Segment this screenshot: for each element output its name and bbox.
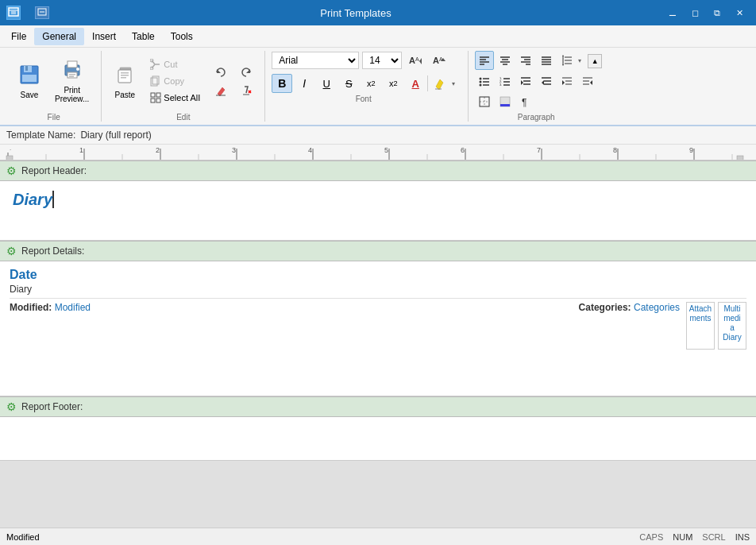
svg-marker-91 — [590, 80, 592, 85]
redo-button[interactable] — [234, 64, 258, 81]
list-indent-row: 1.2.3. — [475, 72, 597, 91]
menu-tools[interactable]: Tools — [163, 28, 201, 45]
report-footer-edit[interactable] — [0, 417, 756, 461]
svg-marker-63 — [562, 64, 564, 66]
bold-button[interactable]: B — [272, 74, 292, 93]
superscript-button[interactable]: x2 — [361, 74, 381, 93]
save-label: Save — [21, 91, 39, 99]
shrink-font-button[interactable]: AA — [429, 51, 449, 70]
align-center-button[interactable] — [496, 51, 515, 70]
show-paragraph-button[interactable]: ¶ — [516, 92, 535, 111]
spacing-more: ▾ — [578, 57, 581, 64]
svg-text:7: 7 — [537, 146, 541, 154]
svg-point-65 — [480, 81, 482, 83]
svg-rect-98 — [0, 145, 756, 160]
select-all-button[interactable]: Select AlI — [145, 90, 206, 106]
menu-file[interactable]: File — [3, 28, 34, 45]
ribbon-file-content: Save PrintPreview... — [13, 51, 94, 111]
justify-button[interactable] — [537, 51, 556, 70]
save-icon — [18, 64, 40, 89]
svg-text:4: 4 — [308, 146, 312, 154]
maximize-button[interactable]: ◻ — [685, 3, 705, 22]
details-modified-left: Modified: Modified — [10, 302, 91, 313]
content-area: ⚙ Report Header: Diary ⚙ Report Details:… — [0, 160, 756, 528]
clear-button[interactable] — [209, 82, 233, 99]
ribbon-collapse-button[interactable]: ▲ — [588, 54, 602, 68]
highlight-button[interactable] — [430, 74, 450, 93]
undo-redo-row — [209, 64, 258, 81]
print-preview-button[interactable]: PrintPreview... — [49, 55, 94, 107]
line-spacing-button[interactable] — [557, 51, 577, 70]
svg-text:9: 9 — [689, 146, 693, 154]
strikethrough-button[interactable]: S — [338, 74, 359, 93]
svg-rect-96 — [500, 104, 510, 106]
svg-rect-25 — [151, 93, 155, 97]
details-modified-value: Modified — [55, 302, 91, 313]
report-header-edit[interactable]: Diary — [0, 181, 756, 241]
paste-button[interactable]: Paste — [108, 60, 141, 103]
cut-label: Cut — [164, 60, 177, 69]
grow-font-button[interactable]: AA — [405, 51, 426, 70]
subscript-button[interactable]: x2 — [383, 74, 403, 93]
minimize-button[interactable]: ⚊ — [662, 3, 683, 22]
close-button[interactable]: ✕ — [729, 3, 750, 22]
decrease-indent-button[interactable] — [537, 72, 556, 91]
undo-redo-clear — [209, 64, 258, 99]
font-more-icon[interactable]: ▾ — [452, 80, 455, 87]
font-size-select[interactable]: 14 — [362, 52, 402, 69]
window-controls: ⚊ ◻ ⧉ ✕ — [662, 3, 750, 22]
underline-button[interactable]: U — [316, 74, 337, 93]
report-footer-icon: ⚙ — [6, 400, 17, 413]
report-details-edit[interactable]: Date Diary Modified: Modified Categories… — [0, 261, 756, 381]
align-row: ▾ — [475, 51, 597, 70]
svg-marker-62 — [562, 55, 564, 56]
align-right-button[interactable] — [516, 51, 535, 70]
svg-text:8: 8 — [613, 146, 617, 154]
clear-formatting-button[interactable] — [234, 82, 258, 99]
report-footer-section: ⚙ Report Footer: — [0, 396, 756, 417]
window-title: Print Templates — [49, 7, 662, 19]
svg-marker-79 — [521, 80, 523, 85]
format-sep — [427, 75, 428, 91]
cut-button[interactable]: Cut — [145, 56, 206, 72]
details-modified-label: Modified: — [10, 302, 52, 313]
save-button[interactable]: Save — [13, 60, 46, 103]
print-preview-label: PrintPreview... — [55, 86, 89, 103]
svg-rect-19 — [121, 75, 129, 76]
copy-button[interactable]: Copy — [145, 73, 206, 89]
svg-rect-28 — [156, 99, 160, 102]
paste-label: Paste — [115, 91, 136, 99]
menu-bar: File General Insert Table Tools — [0, 25, 756, 48]
scrl-indicator: SCRL — [702, 532, 725, 542]
increase-indent-button[interactable] — [516, 72, 535, 91]
svg-text:A: A — [409, 56, 415, 65]
menu-insert[interactable]: Insert — [84, 28, 124, 45]
borders-button[interactable] — [475, 92, 494, 111]
svg-rect-17 — [118, 70, 131, 83]
report-details-section: ⚙ Report Details: — [0, 241, 756, 261]
svg-text:A: A — [415, 56, 419, 62]
ribbon-group-edit: Paste Cut Copy Select AlI — [102, 51, 265, 122]
font-name-select[interactable]: Arial — [272, 52, 359, 69]
bullet-list-button[interactable] — [475, 72, 494, 91]
ribbon-group-paragraph: ▾ 1.2.3. — [469, 51, 604, 122]
shading-button[interactable] — [496, 92, 515, 111]
font-color-button[interactable]: A — [405, 74, 426, 93]
svg-marker-29 — [217, 69, 221, 73]
details-date-text: Date — [10, 268, 746, 282]
italic-button[interactable]: I — [294, 74, 314, 93]
details-diary-text: Diary — [10, 284, 746, 295]
indent-right-button[interactable] — [557, 72, 577, 91]
restore-button[interactable]: ⧉ — [707, 3, 727, 22]
paste-icon — [114, 64, 136, 89]
font-group-label: Font — [356, 95, 372, 103]
svg-point-13 — [76, 68, 79, 71]
indent-left-button[interactable] — [578, 72, 597, 91]
menu-table[interactable]: Table — [124, 28, 163, 45]
title-bar-left — [6, 6, 49, 20]
number-list-button[interactable]: 1.2.3. — [496, 72, 515, 91]
paragraph-bottom-row: ¶ — [475, 92, 597, 111]
align-left-button[interactable] — [475, 51, 494, 70]
undo-button[interactable] — [209, 64, 233, 81]
menu-general[interactable]: General — [34, 28, 84, 45]
